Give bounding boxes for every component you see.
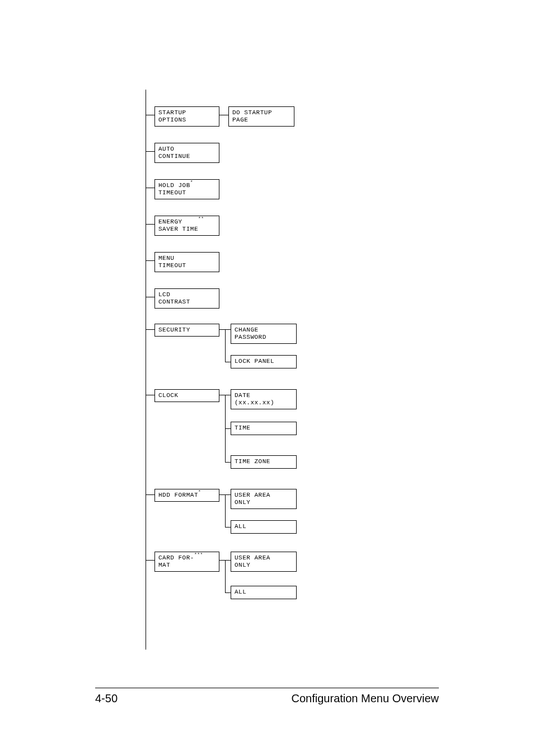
menu-do-startup-page: DO STARTUP PAGE	[228, 106, 294, 127]
menu-menu-timeout: MENU TIMEOUT	[154, 252, 219, 272]
menu-time: TIME	[231, 422, 297, 435]
branch	[146, 188, 154, 188]
menu-user-area-only-1: USER AREA ONLY	[231, 489, 297, 509]
menu-lock-panel: LOCK PANEL	[231, 355, 297, 368]
branch	[146, 494, 154, 495]
menu-hold-job-timeout: HOLD JOB TIMEOUT*	[154, 179, 219, 199]
branch	[146, 151, 154, 152]
connector	[219, 329, 225, 330]
connector	[219, 560, 225, 561]
connector	[219, 395, 225, 395]
main-stem	[146, 90, 146, 650]
connector	[225, 395, 231, 395]
branch	[146, 260, 154, 261]
footer: 4-50 Configuration Menu Overview	[95, 692, 439, 705]
menu-auto-continue: AUTO CONTINUE	[154, 143, 219, 163]
menu-card-format: CARD FOR- MAT***	[154, 552, 219, 572]
menu-tree-diagram: STARTUP OPTIONS DO STARTUP PAGE AUTO CON…	[146, 90, 341, 661]
branch	[146, 329, 154, 330]
connector	[225, 428, 231, 429]
menu-all-1: ALL	[231, 520, 297, 534]
connector	[225, 494, 231, 495]
menu-startup-options: STARTUP OPTIONS	[154, 106, 219, 127]
label: HDD FORMAT	[158, 492, 198, 499]
menu-user-area-only-2: USER AREA ONLY	[231, 552, 297, 572]
menu-clock: CLOCK	[154, 389, 219, 402]
connector	[225, 527, 231, 528]
connector	[219, 115, 228, 115]
page-title: Configuration Menu Overview	[292, 692, 439, 705]
branch	[146, 115, 154, 115]
menu-all-2: ALL	[231, 586, 297, 599]
page-number: 4-50	[95, 692, 118, 705]
connector	[225, 560, 231, 561]
connector	[219, 494, 225, 495]
label: ENERGY SAVER TIME	[158, 218, 198, 233]
menu-security: SECURITY	[154, 324, 219, 337]
label: HOLD JOB TIMEOUT	[158, 182, 190, 197]
branch	[146, 297, 154, 297]
connector	[225, 329, 231, 330]
menu-time-zone: TIME ZONE	[231, 455, 297, 469]
branch	[146, 395, 154, 395]
connector	[225, 462, 231, 463]
menu-lcd-contrast: LCD CONTRAST	[154, 288, 219, 309]
connector	[225, 560, 226, 592]
menu-hdd-format: HDD FORMAT*	[154, 489, 219, 502]
connector	[225, 494, 226, 527]
menu-change-password: CHANGE PASSWORD	[231, 324, 297, 344]
connector	[225, 592, 231, 593]
footer-rule	[95, 688, 439, 688]
menu-energy-saver-time: ENERGY SAVER TIME**	[154, 216, 219, 236]
branch	[146, 224, 154, 225]
connector	[225, 329, 226, 362]
branch	[146, 560, 154, 561]
connector	[225, 362, 231, 362]
label: CARD FOR- MAT	[158, 554, 194, 569]
menu-date: DATE (xx.xx.xx)	[231, 389, 297, 409]
page: STARTUP OPTIONS DO STARTUP PAGE AUTO CON…	[0, 0, 534, 756]
